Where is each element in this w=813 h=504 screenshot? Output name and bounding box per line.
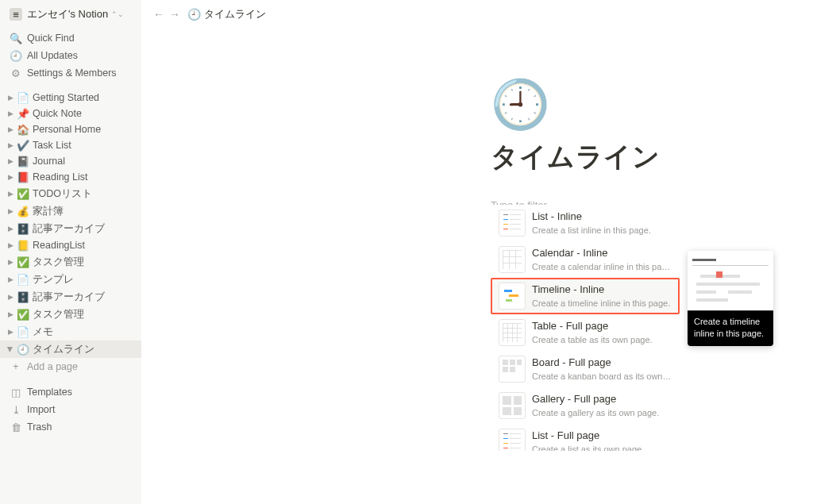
sidebar-page-item[interactable]: ▶📄メモ (0, 323, 141, 340)
sidebar-page-item[interactable]: ▶📒ReadingList (0, 237, 141, 253)
caret-icon[interactable]: ▶ (5, 157, 16, 165)
quick-find[interactable]: 🔍 Quick Find (0, 29, 141, 47)
menu-item[interactable]: List - Full pageCreate a list as its own… (491, 424, 680, 451)
import[interactable]: ⤓ Import (0, 401, 141, 418)
page-item-label: Personal Home (33, 124, 101, 135)
menu-item-thumb (499, 283, 526, 310)
sidebar-page-item[interactable]: ▶🗄️記事アーカイブ (0, 220, 141, 237)
page-item-label: TODOリスト (33, 187, 92, 201)
settings-members[interactable]: ⚙ Settings & Members (0, 64, 141, 82)
caret-icon[interactable]: ▶ (5, 225, 16, 233)
sidebar-page-item[interactable]: ▶✅TODOリスト (0, 185, 141, 202)
caret-icon[interactable]: ▶ (6, 344, 14, 355)
workspace-switcher[interactable]: ≡ エンセイ's Notion ⌃⌄ (0, 5, 141, 28)
menu-item[interactable]: Timeline - InlineCreate a timeline inlin… (491, 278, 680, 314)
menu-item-desc: Create a calendar inline in this page. (532, 261, 672, 272)
menu-item-thumb (499, 246, 526, 273)
sidebar-page-item[interactable]: ▶📓Journal (0, 153, 141, 169)
page-icon[interactable]: 🕘 (491, 76, 813, 133)
page-title[interactable]: タイムライン (491, 139, 813, 175)
page-tree: ▶📄Getting Started▶📌Quick Note▶🏠Personal … (0, 90, 141, 358)
caret-icon[interactable]: ▶ (5, 173, 16, 181)
caret-icon[interactable]: ▶ (5, 241, 16, 249)
page-item-label: 記事アーカイブ (33, 290, 105, 304)
page-item-icon: 📄 (17, 92, 29, 104)
topbar: ← → 🕘 タイムライン (141, 0, 813, 29)
caret-icon[interactable]: ▶ (5, 328, 16, 336)
menu-item-title: List - Full page (532, 429, 672, 443)
sidebar-page-item[interactable]: ▶✅タスク管理 (0, 306, 141, 323)
menu-item[interactable]: Board - Full pageCreate a kanban board a… (491, 351, 680, 387)
templates[interactable]: ◫ Templates (0, 383, 141, 401)
page-item-label: メモ (33, 325, 53, 339)
menu-item-title: Gallery - Full page (532, 393, 672, 406)
caret-icon[interactable]: ▶ (5, 190, 16, 198)
page-item-label: Journal (33, 156, 65, 167)
menu-item-title: Timeline - Inline (532, 283, 672, 297)
caret-icon[interactable]: ▶ (5, 275, 16, 283)
menu-item-thumb (499, 429, 526, 451)
breadcrumb-label: タイムライン (204, 8, 266, 21)
gear-icon: ⚙ (10, 67, 22, 79)
search-icon: 🔍 (10, 32, 22, 44)
caret-icon[interactable]: ▶ (5, 141, 16, 149)
nav-back[interactable]: ← (151, 6, 167, 22)
caret-icon[interactable]: ▶ (5, 310, 16, 318)
page-item-label: Getting Started (33, 92, 99, 103)
plus-icon: + (10, 361, 22, 372)
page-item-label: Reading List (33, 171, 88, 183)
sidebar-page-item[interactable]: ▶🗄️記事アーカイブ (0, 288, 141, 306)
all-updates[interactable]: 🕘 All Updates (0, 47, 141, 64)
menu-item-title: Calendar - Inline (532, 247, 672, 260)
sidebar-page-item[interactable]: ▶📄テンプレ (0, 271, 141, 288)
page-item-icon: ✅ (17, 188, 29, 200)
workspace-name: エンセイ's Notion (27, 7, 108, 21)
sidebar-page-item[interactable]: ▶🏠Personal Home (0, 121, 141, 137)
page-item-icon: 📕 (17, 171, 29, 183)
page-item-label: ReadingList (33, 240, 85, 251)
page-item-label: タスク管理 (33, 308, 84, 321)
breadcrumb[interactable]: 🕘 タイムライン (187, 8, 266, 21)
page-item-icon: 📌 (17, 108, 29, 120)
workspace-icon: ≡ (10, 8, 22, 21)
add-page[interactable]: + Add a page (0, 358, 141, 375)
menu-tooltip: Create a timeline inline in this page. (688, 251, 773, 346)
caret-icon[interactable]: ▶ (5, 94, 16, 102)
menu-item-thumb (499, 319, 526, 346)
menu-item-desc: Create a kanban board as its own page. (532, 371, 672, 382)
menu-item[interactable]: Table - Full pageCreate a table as its o… (491, 314, 680, 351)
clock-icon: 🕘 (10, 49, 22, 62)
page-item-label: Quick Note (33, 108, 82, 119)
sidebar-page-item[interactable]: ▶📄Getting Started (0, 90, 141, 106)
sidebar-page-item[interactable]: ▶🕘タイムライン (0, 340, 141, 358)
menu-item-desc: Create a list inline in this page. (532, 225, 672, 236)
sidebar-page-item[interactable]: ▶💰家計簿 (0, 202, 141, 220)
page-item-icon: 🕘 (17, 344, 29, 356)
menu-item-thumb (499, 392, 526, 419)
page-item-label: Task List (33, 140, 71, 151)
templates-icon: ◫ (10, 386, 22, 398)
sidebar-page-item[interactable]: ▶📕Reading List (0, 169, 141, 185)
caret-icon[interactable]: ▶ (5, 125, 16, 133)
caret-icon[interactable]: ▶ (5, 207, 16, 215)
page-item-label: 記事アーカイブ (33, 222, 105, 236)
trash[interactable]: 🗑 Trash (0, 418, 141, 436)
nav-forward[interactable]: → (167, 6, 183, 22)
caret-icon[interactable]: ▶ (5, 110, 16, 117)
page-item-label: テンプレ (33, 273, 74, 287)
menu-item[interactable]: List - InlineCreate a list inline in thi… (491, 205, 680, 241)
sidebar-page-item[interactable]: ▶✅タスク管理 (0, 253, 141, 271)
sidebar-page-item[interactable]: ▶✔️Task List (0, 137, 141, 153)
page-item-label: タスク管理 (33, 256, 84, 269)
caret-icon[interactable]: ▶ (5, 258, 16, 266)
caret-icon[interactable]: ▶ (5, 293, 16, 301)
page-item-icon: 💰 (17, 206, 29, 217)
page-item-label: 家計簿 (33, 205, 64, 218)
menu-item-title: List - Inline (532, 210, 672, 224)
sidebar: ≡ エンセイ's Notion ⌃⌄ 🔍 Quick Find 🕘 All Up… (0, 0, 141, 504)
sidebar-page-item[interactable]: ▶📌Quick Note (0, 106, 141, 121)
menu-item[interactable]: Calendar - InlineCreate a calendar inlin… (491, 241, 680, 278)
tooltip-text: Create a timeline inline in this page. (688, 311, 773, 346)
menu-item[interactable]: Gallery - Full pageCreate a gallery as i… (491, 387, 680, 424)
breadcrumb-icon: 🕘 (187, 8, 201, 21)
